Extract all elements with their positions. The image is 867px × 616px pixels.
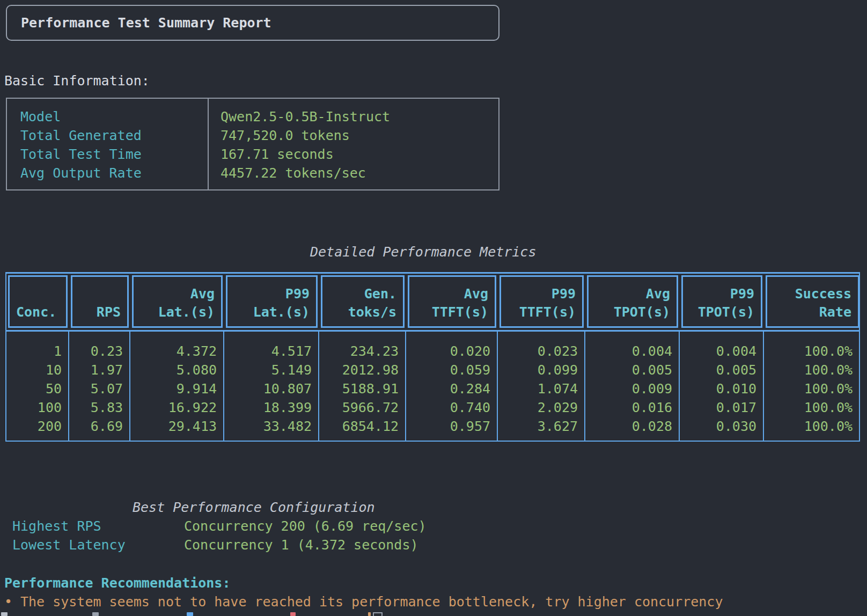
- metrics-column: 100.0%100.0%100.0%100.0%100.0%: [764, 332, 859, 441]
- metrics-cell: 5.83: [69, 398, 123, 417]
- report-title: Performance Test Summary Report: [21, 13, 271, 32]
- report-title-panel: Performance Test Summary Report: [6, 5, 499, 41]
- metrics-table: Conc.RPSAvgLat.(s)P99Lat.(s)Gen.toks/sAv…: [5, 272, 860, 442]
- clipped-glyph-top: [290, 612, 296, 616]
- clipped-next-line: [0, 611, 867, 616]
- metrics-cell: 10: [6, 361, 62, 379]
- clipped-glyph-top: [187, 612, 193, 616]
- metrics-cell: 0.016: [585, 398, 672, 417]
- metrics-cell: 1.074: [498, 379, 578, 398]
- metrics-cell: 0.009: [585, 379, 672, 398]
- metrics-cell: 100.0%: [764, 379, 853, 398]
- metrics-cell: 5.080: [130, 361, 217, 379]
- basic-info-label: Total Test Time: [20, 145, 208, 164]
- best-config-label: Lowest Latency: [4, 536, 184, 554]
- metrics-cell: 9.914: [130, 379, 217, 398]
- metrics-cell: 0.020: [406, 342, 490, 361]
- metrics-cell: 0.957: [406, 417, 490, 436]
- metrics-header-label: Avg: [190, 285, 215, 303]
- metrics-cell: 234.23: [319, 342, 399, 361]
- basic-info-label-column: ModelTotal GeneratedTotal Test TimeAvg O…: [7, 99, 209, 189]
- metrics-header-label: toks/s: [348, 303, 396, 321]
- metrics-cell: 200: [6, 417, 62, 436]
- basic-info-value: 747,520.0 tokens: [221, 126, 498, 145]
- best-config-value: Concurrency 200 (6.69 req/sec): [184, 517, 427, 536]
- metrics-cell: 1.97: [69, 361, 123, 379]
- metrics-cell: 3.627: [498, 417, 578, 436]
- metrics-cell: 50: [6, 379, 62, 398]
- metrics-cell: 0.284: [406, 379, 490, 398]
- metrics-cell: 0.004: [680, 342, 756, 361]
- metrics-column-header: P99Lat.(s): [226, 275, 318, 328]
- metrics-column-header: AvgLat.(s): [132, 275, 223, 328]
- metrics-cell: 0.059: [406, 361, 490, 379]
- basic-info-label: Avg Output Rate: [20, 164, 208, 182]
- metrics-cell: 0.23: [69, 342, 123, 361]
- metrics-cell: 0.017: [680, 398, 756, 417]
- best-config-label: Highest RPS: [4, 517, 184, 536]
- metrics-table-header-row: Conc.RPSAvgLat.(s)P99Lat.(s)Gen.toks/sAv…: [6, 274, 859, 329]
- metrics-header-label: TPOT(s): [698, 303, 754, 321]
- best-config-value: Concurrency 1 (4.372 seconds): [184, 536, 418, 554]
- metrics-header-label: Lat.(s): [253, 303, 310, 321]
- metrics-cell: 0.028: [585, 417, 672, 436]
- metrics-cell: 2012.98: [319, 361, 399, 379]
- metrics-cell: 0.023: [498, 342, 578, 361]
- metrics-header-label: TPOT(s): [614, 303, 670, 321]
- bullet-icon: •: [4, 592, 20, 611]
- metrics-cell: 5.149: [224, 361, 312, 379]
- best-config-row: Lowest LatencyConcurrency 1 (4.372 secon…: [4, 536, 427, 554]
- metrics-header-label: Conc.: [16, 303, 56, 321]
- metrics-cell: 0.099: [498, 361, 578, 379]
- metrics-cell: 2.029: [498, 398, 578, 417]
- basic-info-label: Model: [20, 107, 208, 126]
- basic-info-value: 167.71 seconds: [221, 145, 498, 164]
- metrics-cell: 100.0%: [764, 361, 853, 379]
- metrics-cell: 4.372: [130, 342, 217, 361]
- metrics-column-header: AvgTPOT(s): [587, 275, 678, 328]
- metrics-cell: 5966.72: [319, 398, 399, 417]
- metrics-cell: 10.807: [224, 379, 312, 398]
- metrics-cell: 100.0%: [764, 398, 853, 417]
- metrics-column: 4.5175.14910.80718.39933.482: [224, 332, 319, 441]
- metrics-column-header: SuccessRate: [766, 275, 859, 328]
- metrics-header-label: Success: [795, 285, 851, 303]
- metrics-header-label: Rate: [819, 303, 851, 321]
- metrics-header-label: TTFT(s): [519, 303, 576, 321]
- recommendations-heading: Performance Recommendations:: [4, 574, 230, 592]
- best-config-row: Highest RPSConcurrency 200 (6.69 req/sec…: [4, 517, 427, 536]
- metrics-column: 0.231.975.075.836.69: [69, 332, 130, 441]
- best-config-title: Best Performance Configuration: [133, 498, 375, 517]
- metrics-column: 0.0230.0991.0742.0293.627: [498, 332, 585, 441]
- metrics-header-label: P99: [730, 285, 754, 303]
- metrics-cell: 100: [6, 398, 62, 417]
- metrics-column-header: Gen.toks/s: [321, 275, 405, 328]
- metrics-cell: 100.0%: [764, 342, 853, 361]
- metrics-cell: 6854.12: [319, 417, 399, 436]
- basic-info-value: 4457.22 tokens/sec: [221, 164, 498, 182]
- metrics-column: 0.0040.0050.0090.0160.028: [585, 332, 680, 441]
- metrics-column: 11050100200: [6, 332, 69, 441]
- metrics-cell: 33.482: [224, 417, 312, 436]
- clipped-glyph-top: [373, 612, 383, 616]
- basic-info-heading: Basic Information:: [4, 71, 150, 90]
- metrics-cell: 4.517: [224, 342, 312, 361]
- clipped-glyph-top: [368, 612, 371, 616]
- terminal-screen: { "colors": { "background": "#282c34", "…: [0, 0, 867, 616]
- metrics-header-label: TTFT(s): [432, 303, 488, 321]
- basic-info-value-column: Qwen2.5-0.5B-Instruct747,520.0 tokens167…: [209, 99, 498, 189]
- recommendation-text: The system seems not to have reached its…: [20, 594, 723, 610]
- metrics-cell: 100.0%: [764, 417, 853, 436]
- metrics-table-body: 110501002000.231.975.075.836.694.3725.08…: [6, 332, 859, 441]
- metrics-cell: 16.922: [130, 398, 217, 417]
- metrics-cell: 5.07: [69, 379, 123, 398]
- metrics-column-header: P99TTFT(s): [499, 275, 584, 328]
- metrics-header-label: Avg: [464, 285, 488, 303]
- clipped-glyph-top: [92, 612, 99, 616]
- metrics-header-label: P99: [285, 285, 310, 303]
- basic-info-value: Qwen2.5-0.5B-Instruct: [221, 107, 498, 126]
- basic-info-label: Total Generated: [20, 126, 208, 145]
- metrics-header-label: Avg: [646, 285, 670, 303]
- recommendation-item: •The system seems not to have reached it…: [4, 592, 723, 611]
- metrics-cell: 29.413: [130, 417, 217, 436]
